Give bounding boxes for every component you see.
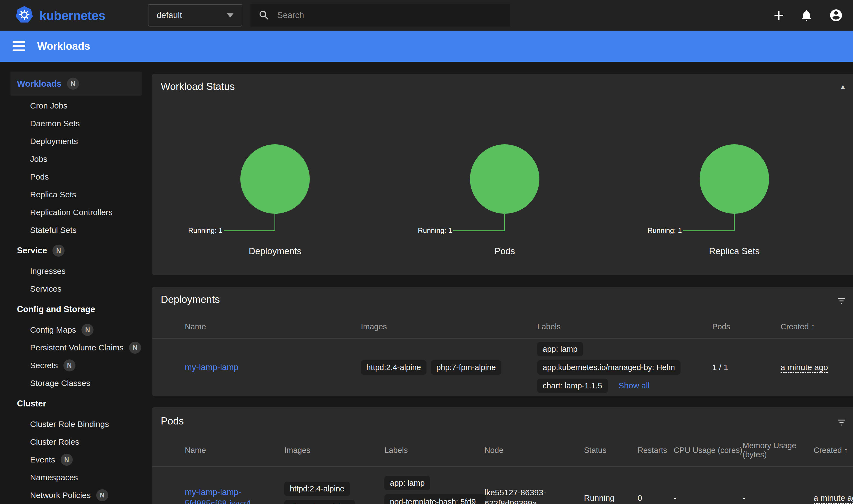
sidebar-item-pods[interactable]: Pods [0,168,152,185]
sidebar-item-services[interactable]: Services [0,280,152,298]
sort-ascending-icon: ↑ [811,322,815,331]
image-chip: php:7-fpm-alpine [284,500,355,504]
column-header-pods[interactable]: Pods [712,317,781,338]
sidebar-item-cron-jobs[interactable]: Cron Jobs [0,97,152,114]
sidebar-item-network-policies[interactable]: Network Policies N [0,486,152,504]
pods-count: 1 / 1 [712,363,781,372]
column-header-images[interactable]: Images [361,317,537,338]
pie-connector [224,230,275,231]
deployment-name-link[interactable]: my-lamp-lamp [185,362,238,372]
new-badge: N [64,359,75,372]
label-chip: app: lamp [537,342,583,356]
sidebar-item-replication-controllers[interactable]: Replication Controllers [0,203,152,221]
sidebar-item-replica-sets[interactable]: Replica Sets [0,185,152,203]
new-badge: N [67,78,79,90]
column-header-labels[interactable]: Labels [537,317,712,338]
deployment-table-row[interactable]: my-lamp-lamp httpd:2.4-alpine php:7-fpm-… [152,339,853,396]
label-chip: pod-template-hash: 5fd985cf68 [385,494,485,504]
column-header-cpu[interactable]: CPU Usage (cores) [674,440,743,462]
deployments-title: Deployments [161,294,220,305]
filter-icon[interactable] [837,415,847,429]
sidebar-item-storage-classes[interactable]: Storage Classes [0,374,152,392]
search-bar[interactable] [250,4,510,26]
column-header-name[interactable]: Name [185,440,284,462]
column-header-created[interactable]: Created ↑ [781,317,853,338]
new-badge: N [129,342,141,354]
pod-cpu-usage: - [674,493,743,503]
sidebar-item-workloads[interactable]: Workloads N [11,72,142,96]
app-bar: Workloads [0,31,853,62]
pie-slice-running [470,144,539,214]
sort-ascending-icon: ↑ [844,446,848,454]
create-resource-button[interactable]: + [774,6,784,24]
pie-chart-pods: Running: 1 Pods [390,144,620,256]
sidebar-section-service: Service N [0,241,152,259]
new-badge: N [82,324,93,336]
pie-connector [734,214,735,231]
pods-table-header: Name Images Labels Node Status Restarts … [152,436,853,467]
sidebar-item-config-maps[interactable]: Config Maps N [0,321,152,339]
column-header-labels[interactable]: Labels [385,440,484,462]
sidebar-item-cluster-role-bindings[interactable]: Cluster Role Bindings [0,415,152,433]
pie-connector [504,214,505,231]
show-all-link[interactable]: Show all [619,381,650,390]
sidebar-item-namespaces[interactable]: Namespaces [0,468,152,486]
node-name: lke55127-86393-622f8d09399a [484,487,584,504]
notifications-bell-icon[interactable] [800,9,813,22]
column-header-images[interactable]: Images [284,440,385,462]
new-badge: N [61,454,73,466]
label-chip: app: lamp [385,476,430,490]
sidebar: Workloads N Cron Jobs Daemon Sets Deploy… [0,62,152,504]
pie-title: Deployments [249,246,302,256]
sidebar-item-persistent-volume-claims[interactable]: Persistent Volume Claims N [0,339,152,356]
sidebar-item-ingresses[interactable]: Ingresses [0,262,152,280]
sidebar-item-cluster-roles[interactable]: Cluster Roles [0,433,152,451]
account-avatar-icon[interactable] [829,8,843,22]
sidebar-item-stateful-sets[interactable]: Stateful Sets [0,221,152,239]
menu-icon[interactable] [13,41,25,51]
pie-connector [453,230,505,231]
filter-icon[interactable] [837,294,847,307]
pod-table-row[interactable]: my-lamp-lamp-5fd985cf68-jwvz4 httpd:2.4-… [152,467,853,504]
workload-status-panel: Workload Status ▲ Running: 1 Deployments [152,74,853,275]
pie-title: Replica Sets [709,246,760,256]
deployments-panel: Deployments Name Images Labels Pods Crea… [152,287,853,396]
pod-restarts: 0 [638,493,674,503]
sidebar-section-cluster: Cluster [0,395,152,412]
deployments-table-header: Name Images Labels Pods Created ↑ [152,317,853,339]
image-chip: php:7-fpm-alpine [431,360,501,375]
sidebar-item-secrets[interactable]: Secrets N [0,356,152,374]
pods-title: Pods [161,415,184,427]
pie-title: Pods [494,246,515,256]
pie-connector [274,214,275,231]
column-header-status[interactable]: Status [584,440,638,462]
chevron-down-icon [227,13,233,18]
pod-memory-usage: - [743,493,814,503]
image-chip: httpd:2.4-alpine [284,482,350,496]
column-header-created[interactable]: Created ↑ [814,440,853,462]
namespace-value: default [157,11,182,20]
sidebar-item-deployments[interactable]: Deployments [0,132,152,150]
label-chip: app.kubernetes.io/managed-by: Helm [537,360,680,375]
pod-status: Running [584,493,638,503]
sidebar-item-daemon-sets[interactable]: Daemon Sets [0,114,152,132]
sidebar-section-config-and-storage: Config and Storage [0,300,152,318]
column-header-name[interactable]: Name [185,317,361,338]
pods-panel: Pods Name Images Labels Node Status Rest… [152,407,853,504]
pie-connector [683,230,734,231]
brand-text: kubernetes [39,8,105,23]
column-header-restarts[interactable]: Restarts [638,440,674,462]
pie-slice-running [700,144,769,214]
sidebar-item-events[interactable]: Events N [0,451,152,468]
sidebar-item-jobs[interactable]: Jobs [0,150,152,168]
pod-name-link[interactable]: my-lamp-lamp-5fd985cf68-jwvz4 [185,487,251,504]
column-header-memory[interactable]: Memory Usage (bytes) [743,436,814,466]
search-input[interactable] [277,11,502,20]
pie-annotation: Running: 1 [647,226,682,235]
kubernetes-logo[interactable]: kubernetes [15,6,148,25]
page-title: Workloads [37,40,90,52]
collapse-icon[interactable]: ▲ [839,81,847,91]
column-header-node[interactable]: Node [484,440,584,462]
search-icon [258,9,270,21]
namespace-selector[interactable]: default [148,4,242,26]
